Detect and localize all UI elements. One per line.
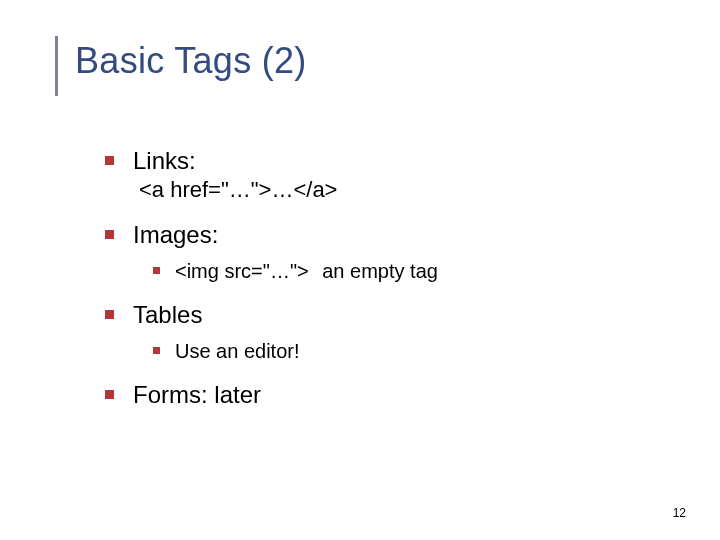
sub-item-code: <img src="…"> (175, 260, 309, 282)
item-label: Tables (133, 301, 202, 328)
item-label: Images: (133, 221, 218, 248)
slide: Basic Tags (2) Links: <a href="…">…</a> … (0, 0, 720, 540)
list-item: Links: <a href="…">…</a> (105, 145, 665, 205)
slide-title: Basic Tags (2) (55, 40, 307, 82)
sub-item-text: Use an editor! (175, 340, 300, 362)
item-label: Forms: later (133, 381, 261, 408)
sub-item-note: an empty tag (322, 260, 438, 282)
list-item: Images: <img src="…"> an empty tag (105, 219, 665, 285)
title-accent-line (55, 36, 58, 96)
item-label: Links: (133, 147, 196, 174)
list-item: Forms: later (105, 379, 665, 410)
page-number: 12 (673, 506, 686, 520)
sub-list-item: Use an editor! (153, 338, 665, 365)
title-block: Basic Tags (2) (55, 40, 307, 82)
sub-list-item: <img src="…"> an empty tag (153, 258, 665, 285)
item-code: <a href="…">…</a> (133, 176, 665, 205)
slide-content: Links: <a href="…">…</a> Images: <img sr… (105, 145, 665, 424)
list-item: Tables Use an editor! (105, 299, 665, 365)
